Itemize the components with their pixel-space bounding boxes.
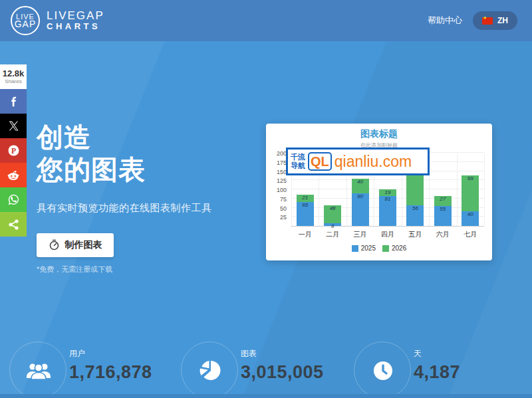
stacked-bar: 5527 — [434, 196, 452, 226]
watermark-banner: 千流导航 QL qianliu.com — [286, 148, 430, 175]
create-chart-button[interactable]: 制作图表 — [37, 233, 114, 257]
stacked-bar: 8119 — [379, 189, 396, 226]
bar-segment-2025: 8 — [324, 223, 341, 226]
y-tick-label: 75 — [280, 196, 287, 203]
legend-item-2026: 2026 — [382, 245, 406, 252]
watermark-cn-text: 千流导航 — [291, 153, 305, 169]
top-header: LIVE GAP LIVEGAP CHARTS 帮助中心 ZH — [0, 0, 532, 41]
data-label: 99 — [462, 176, 479, 181]
hero-title-line1: 创造 — [37, 121, 256, 153]
users-icon — [20, 352, 57, 389]
brand-name: LIVEGAP — [47, 10, 104, 22]
bar-group: 4099 — [457, 153, 484, 226]
brand-product: CHARTS — [47, 22, 104, 31]
share-count-box: 12.8k Shares — [0, 64, 27, 89]
pinterest-share-button[interactable]: P — [0, 138, 27, 163]
x-icon — [9, 121, 19, 131]
stat-clock: 天 4,187 — [364, 348, 460, 389]
stat-value: 4,187 — [414, 362, 460, 383]
y-tick-label: 175 — [277, 159, 287, 166]
y-tick-label: 200 — [277, 150, 287, 157]
brand-wordmark: LIVEGAP CHARTS — [47, 10, 104, 31]
bar-segment-2026: 27 — [434, 196, 452, 206]
x-tick-label: 三月 — [346, 230, 374, 239]
chart-legend: 20252026 — [273, 245, 485, 252]
share-icon — [9, 219, 19, 230]
x-tick-label: 五月 — [402, 230, 429, 239]
bar-segment-2026: 21 — [297, 195, 314, 203]
x-tick-label: 四月 — [374, 230, 401, 239]
logo-text-line2: GAP — [15, 19, 37, 29]
stat-value: 1,716,878 — [69, 362, 152, 383]
hero-section: 创造 您的图表 具有实时预览功能的在线图表制作工具 制作图表 *免费，无需注册或… — [37, 121, 256, 274]
livegap-home-page: LIVE GAP LIVEGAP CHARTS 帮助中心 ZH 12.8k Sh… — [0, 0, 532, 398]
whatsapp-share-button[interactable] — [0, 187, 27, 212]
livegap-logo[interactable]: LIVE GAP LIVEGAP CHARTS — [11, 6, 104, 35]
stat-value: 3,015,005 — [241, 362, 324, 383]
data-label: 55 — [434, 207, 452, 212]
stacked-bar: 848 — [324, 205, 341, 226]
y-tick-label: 100 — [277, 187, 287, 193]
gridline — [484, 153, 485, 226]
create-chart-label: 制作图表 — [65, 239, 102, 251]
data-label: 48 — [324, 206, 341, 211]
stat-ring — [354, 342, 411, 398]
bar-segment-2025: 40 — [462, 211, 479, 226]
stacked-bar: 5696 — [406, 170, 424, 226]
chart-title: 图表标题 — [266, 124, 492, 140]
whatsapp-icon — [8, 194, 19, 205]
language-code: ZH — [497, 16, 508, 25]
y-tick-label: 50 — [280, 205, 287, 212]
china-flag-icon — [482, 17, 493, 25]
data-label: 65 — [297, 203, 314, 208]
stat-ring — [9, 342, 66, 398]
bar-segment-2026: 99 — [462, 175, 479, 211]
stat-users: 用户 1,716,878 — [20, 348, 152, 389]
share-share-button[interactable] — [0, 212, 27, 237]
bar-segment-2026: 19 — [379, 189, 396, 196]
clock-icon — [364, 352, 402, 389]
bar-segment-2025: 65 — [297, 202, 314, 226]
share-rail: 12.8k Shares P — [0, 64, 27, 237]
reddit-share-button[interactable] — [0, 163, 27, 187]
data-label: 27 — [434, 197, 452, 202]
help-center-link[interactable]: 帮助中心 — [428, 15, 462, 27]
hero-title: 创造 您的图表 — [37, 121, 256, 186]
y-tick-label: 25 — [280, 214, 287, 221]
hero-note: *免费，无需注册或下载 — [37, 264, 256, 274]
data-label: 8 — [324, 224, 341, 229]
legend-label: 2026 — [392, 245, 406, 252]
bar-segment-2025: 90 — [352, 193, 369, 227]
x-axis-labels: 一月二月三月四月五月六月七月 — [291, 230, 484, 239]
stopwatch-icon — [49, 239, 60, 250]
bar-segment-2026: 48 — [324, 205, 341, 223]
data-label: 90 — [352, 194, 369, 199]
stat-label: 天 — [414, 348, 460, 359]
svg-text:P: P — [11, 147, 15, 155]
data-label: 40 — [352, 179, 369, 185]
stat-pie-chart: 图表 3,015,005 — [192, 348, 324, 389]
x-share-button[interactable] — [0, 114, 27, 138]
stacked-bar: 6521 — [297, 195, 314, 226]
x-tick-label: 一月 — [291, 230, 319, 239]
y-tick-label: 150 — [277, 169, 287, 175]
bottom-section-edge — [0, 394, 532, 398]
livegap-logo-icon: LIVE GAP — [11, 6, 40, 35]
bar-segment-2025: 55 — [434, 206, 452, 226]
y-tick-label: 125 — [277, 177, 287, 184]
language-selector[interactable]: ZH — [473, 11, 517, 30]
bar-segment-2025: 56 — [406, 205, 424, 226]
legend-swatch — [382, 245, 389, 252]
facebook-share-button[interactable] — [0, 89, 27, 114]
x-tick-label: 二月 — [319, 230, 346, 239]
stacked-bar: 4099 — [462, 175, 479, 226]
stacked-bar: 9040 — [352, 179, 369, 227]
legend-swatch — [352, 245, 358, 252]
data-label: 40 — [462, 212, 479, 217]
stat-text: 图表 3,015,005 — [241, 348, 324, 383]
chart-preview-card: 图表标题 在此添加副标题 255075100125150175200 65218… — [266, 124, 492, 260]
stat-text: 天 4,187 — [414, 348, 460, 383]
watermark-logo: QL — [308, 152, 332, 171]
bar-group: 5527 — [429, 153, 456, 226]
data-label: 21 — [297, 195, 314, 201]
